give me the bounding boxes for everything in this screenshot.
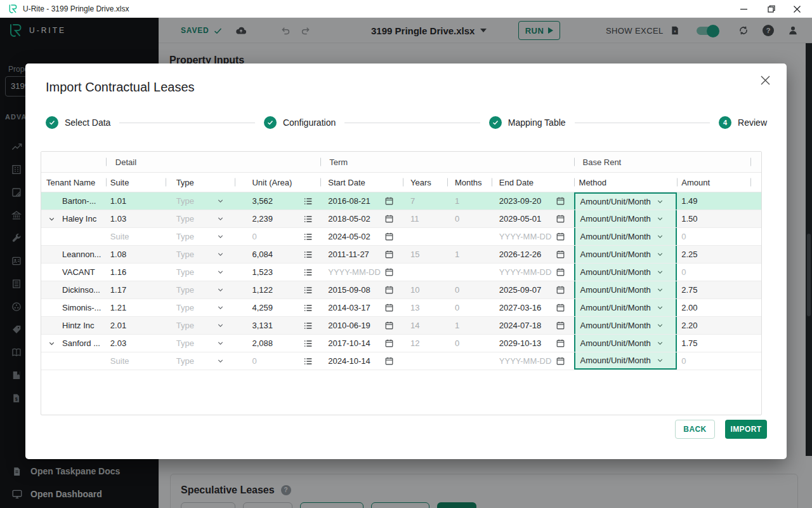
end-date-input[interactable]: YYYY-MM-DD (492, 264, 574, 281)
start-date-input[interactable]: 2016-08-21 (320, 192, 403, 210)
calendar-icon[interactable] (556, 196, 565, 206)
calendar-icon[interactable] (384, 214, 394, 224)
calendar-icon[interactable] (556, 356, 565, 366)
calendar-icon[interactable] (556, 232, 565, 241)
suite-input[interactable]: 1.21 (106, 299, 166, 316)
unit-area-input[interactable]: 3,131 (235, 317, 321, 334)
import-button[interactable]: IMPORT (725, 420, 767, 439)
unit-list-icon[interactable] (303, 356, 313, 366)
start-date-input[interactable]: 2010-06-19 (320, 317, 403, 334)
unit-list-icon[interactable] (303, 214, 313, 224)
close-window-button[interactable] (784, 0, 809, 18)
method-select[interactable]: Amount/Unit/Month (574, 317, 678, 334)
amount-input[interactable]: 2.25 (677, 246, 761, 263)
unit-list-icon[interactable] (303, 303, 313, 313)
unit-area-input[interactable]: 3,562 (235, 192, 321, 210)
method-select[interactable]: Amount/Unit/Month (574, 299, 678, 316)
type-select[interactable]: Type (166, 192, 235, 210)
method-select[interactable]: Amount/Unit/Month (574, 192, 678, 210)
amount-input[interactable]: 2.20 (677, 317, 761, 334)
amount-input[interactable]: 1.75 (677, 335, 761, 352)
unit-list-icon[interactable] (303, 285, 313, 295)
expand-chevron-icon[interactable] (48, 339, 56, 347)
unit-list-icon[interactable] (303, 267, 313, 277)
type-select[interactable]: Type (166, 317, 235, 334)
suite-input[interactable]: 1.17 (106, 281, 166, 298)
calendar-icon[interactable] (556, 321, 565, 330)
suite-input[interactable]: 2.01 (106, 317, 166, 334)
unit-area-input[interactable]: 1,523 (235, 264, 321, 281)
calendar-icon[interactable] (384, 267, 394, 277)
unit-area-input[interactable]: 6,084 (235, 246, 321, 263)
end-date-input[interactable]: YYYY-MM-DD (492, 228, 574, 245)
start-date-input[interactable]: 2017-10-14 (320, 335, 403, 352)
type-select[interactable]: Type (166, 228, 235, 245)
amount-input[interactable]: 0 (677, 264, 761, 281)
unit-list-icon[interactable] (303, 196, 313, 206)
calendar-icon[interactable] (556, 338, 565, 348)
unit-area-input[interactable]: 4,259 (235, 299, 321, 316)
amount-input[interactable]: 0 (677, 352, 761, 370)
type-select[interactable]: Type (166, 281, 235, 298)
suite-input[interactable]: 1.16 (106, 264, 166, 281)
method-select[interactable]: Amount/Unit/Month (574, 228, 678, 245)
start-date-input[interactable]: 2024-10-14 (320, 352, 403, 370)
start-date-input[interactable]: YYYY-MM-DD (320, 264, 403, 281)
suite-input[interactable]: 2.03 (106, 335, 166, 352)
end-date-input[interactable]: 2023-09-20 (492, 192, 574, 210)
suite-input[interactable]: Suite (106, 352, 166, 370)
calendar-icon[interactable] (556, 214, 565, 224)
unit-area-input[interactable]: 2,239 (235, 210, 321, 227)
calendar-icon[interactable] (384, 196, 394, 206)
unit-area-input[interactable]: 1,122 (235, 281, 321, 298)
calendar-icon[interactable] (384, 303, 394, 312)
end-date-input[interactable]: 2029-05-01 (492, 210, 574, 227)
suite-input[interactable]: 1.01 (106, 192, 166, 210)
calendar-icon[interactable] (556, 250, 565, 259)
start-date-input[interactable]: 2018-05-02 (320, 210, 403, 227)
calendar-icon[interactable] (556, 267, 565, 277)
method-select[interactable]: Amount/Unit/Month (574, 281, 678, 298)
back-button[interactable]: BACK (675, 420, 715, 439)
expand-chevron-icon[interactable] (48, 215, 56, 223)
calendar-icon[interactable] (556, 303, 565, 312)
method-select[interactable]: Amount/Unit/Month (574, 210, 678, 227)
start-date-input[interactable]: 2011-11-27 (320, 246, 403, 263)
amount-input[interactable]: 2.00 (677, 299, 761, 316)
unit-list-icon[interactable] (303, 250, 313, 260)
method-select[interactable]: Amount/Unit/Month (574, 335, 678, 352)
type-select[interactable]: Type (166, 264, 235, 281)
method-select[interactable]: Amount/Unit/Month (574, 352, 678, 370)
calendar-icon[interactable] (384, 321, 394, 330)
end-date-input[interactable]: 2027-03-16 (492, 299, 574, 316)
end-date-input[interactable]: 2029-10-13 (492, 335, 574, 352)
unit-area-input[interactable]: 2,088 (235, 335, 321, 352)
amount-input[interactable]: 1.50 (677, 210, 761, 227)
calendar-icon[interactable] (384, 250, 394, 259)
calendar-icon[interactable] (556, 285, 565, 295)
unit-area-input[interactable]: 0 (235, 352, 321, 370)
calendar-icon[interactable] (384, 356, 394, 366)
end-date-input[interactable]: 2024-07-18 (492, 317, 574, 334)
unit-list-icon[interactable] (303, 321, 313, 331)
type-select[interactable]: Type (166, 246, 235, 263)
amount-input[interactable]: 2.75 (677, 281, 761, 298)
start-date-input[interactable]: 2024-05-02 (320, 228, 403, 245)
amount-input[interactable]: 0 (677, 228, 761, 245)
end-date-input[interactable]: YYYY-MM-DD (492, 352, 574, 370)
type-select[interactable]: Type (166, 352, 235, 370)
unit-list-icon[interactable] (303, 232, 313, 242)
start-date-input[interactable]: 2015-09-08 (320, 281, 403, 298)
suite-input[interactable]: 1.08 (106, 246, 166, 263)
method-select[interactable]: Amount/Unit/Month (574, 264, 678, 281)
unit-area-input[interactable]: 0 (235, 228, 321, 245)
suite-input[interactable]: 1.03 (106, 210, 166, 227)
restore-button[interactable] (759, 0, 784, 18)
end-date-input[interactable]: 2025-09-07 (492, 281, 574, 298)
suite-input[interactable]: Suite (106, 228, 166, 245)
calendar-icon[interactable] (384, 338, 394, 348)
end-date-input[interactable]: 2026-12-26 (492, 246, 574, 263)
type-select[interactable]: Type (166, 299, 235, 316)
method-select[interactable]: Amount/Unit/Month (574, 246, 678, 263)
type-select[interactable]: Type (166, 335, 235, 352)
